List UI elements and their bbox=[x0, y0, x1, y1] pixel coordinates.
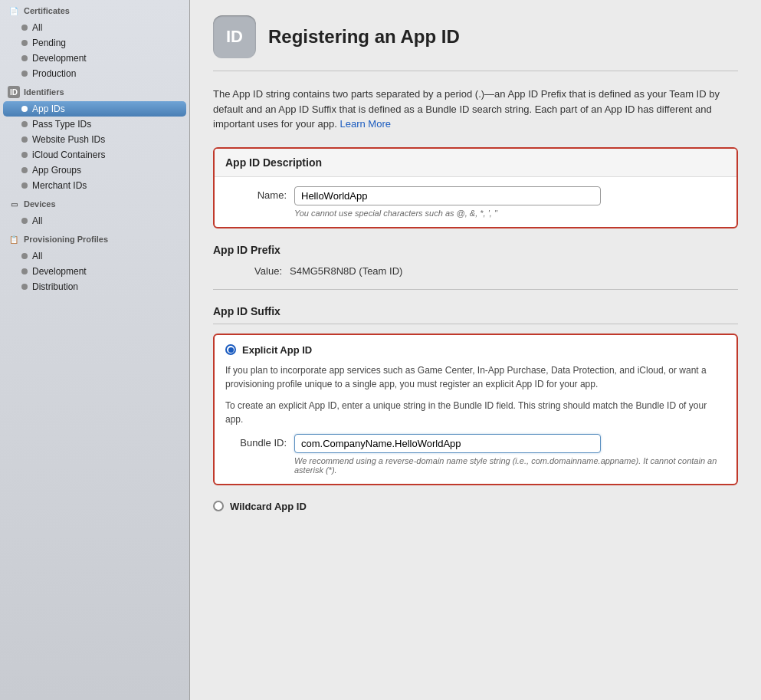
devices-section-header: ▭ Devices bbox=[0, 193, 189, 213]
prefix-row: Value: S4MG5R8N8D (Team ID) bbox=[213, 265, 738, 277]
wildcard-radio-button[interactable] bbox=[213, 501, 224, 511]
learn-more-link[interactable]: Learn More bbox=[339, 118, 390, 130]
app-id-description-title: App ID Description bbox=[215, 149, 736, 177]
explicit-description-2: To create an explicit App ID, enter a un… bbox=[225, 399, 726, 426]
prefix-value-label: Value: bbox=[221, 265, 282, 277]
sidebar-item-label: iCloud Containers bbox=[32, 150, 105, 160]
explicit-radio-header: Explicit App ID bbox=[225, 344, 726, 356]
bundle-field-wrapper: We recommend using a reverse-domain name… bbox=[294, 434, 726, 475]
explicit-radio-button[interactable] bbox=[225, 344, 236, 355]
page-header: ID Registering an App ID bbox=[213, 15, 738, 71]
bullet-icon bbox=[21, 284, 28, 290]
sidebar-item-development-profiles[interactable]: Development bbox=[0, 264, 189, 279]
sidebar-item-label: App IDs bbox=[32, 104, 65, 114]
bullet-icon bbox=[21, 152, 28, 158]
explicit-app-id-box: Explicit App ID If you plan to incorpora… bbox=[213, 334, 738, 485]
wildcard-radio-label: Wildcard App ID bbox=[230, 501, 307, 512]
bullet-icon bbox=[21, 71, 28, 77]
identifiers-label: Identifiers bbox=[24, 87, 64, 97]
sidebar-item-label: Merchant IDs bbox=[32, 180, 87, 191]
prefix-title: App ID Prefix bbox=[213, 244, 738, 256]
sidebar-item-merchant-ids[interactable]: Merchant IDs bbox=[0, 178, 189, 193]
provisioning-label: Provisioning Profiles bbox=[24, 235, 108, 244]
bullet-icon bbox=[21, 25, 28, 31]
bullet-icon bbox=[21, 253, 28, 259]
sidebar-item-label: Website Push IDs bbox=[32, 134, 105, 145]
identifiers-section-header: ID Identifiers bbox=[0, 81, 189, 101]
name-input[interactable] bbox=[294, 186, 601, 205]
identifiers-icon: ID bbox=[8, 86, 20, 98]
sidebar-item-label: App Groups bbox=[32, 165, 81, 176]
app-id-prefix-section: App ID Prefix Value: S4MG5R8N8D (Team ID… bbox=[213, 244, 738, 290]
sidebar-item-label: All bbox=[32, 215, 42, 226]
sidebar-item-development-certs[interactable]: Development bbox=[0, 51, 189, 66]
sidebar-item-label: Development bbox=[32, 53, 87, 64]
app-id-description-box: App ID Description Name: You cannot use … bbox=[213, 147, 738, 228]
sidebar-item-app-groups[interactable]: App Groups bbox=[0, 163, 189, 178]
bullet-icon bbox=[21, 218, 28, 224]
bundle-id-input[interactable] bbox=[294, 434, 601, 453]
id-icon: ID bbox=[213, 15, 256, 58]
bundle-id-hint: We recommend using a reverse-domain name… bbox=[294, 456, 726, 475]
sidebar-item-label: Development bbox=[32, 266, 87, 277]
sidebar-item-distribution[interactable]: Distribution bbox=[0, 279, 189, 294]
name-hint: You cannot use special characters such a… bbox=[294, 209, 726, 218]
bullet-icon bbox=[21, 121, 28, 127]
main-content: ID Registering an App ID The App ID stri… bbox=[190, 0, 761, 700]
bullet-icon bbox=[21, 182, 28, 189]
sidebar-item-all-profiles[interactable]: All bbox=[0, 248, 189, 264]
sidebar-item-all-certs[interactable]: All bbox=[0, 20, 189, 35]
bullet-icon bbox=[21, 106, 28, 112]
certificates-icon: 📄 bbox=[8, 5, 20, 17]
name-form-row: Name: You cannot use special characters … bbox=[215, 177, 736, 227]
explicit-radio-label: Explicit App ID bbox=[242, 344, 312, 356]
certificates-section-header: 📄 Certificates bbox=[0, 0, 189, 20]
page-title: Registering an App ID bbox=[268, 26, 460, 48]
explicit-description-1: If you plan to incorporate app services … bbox=[225, 363, 726, 391]
prefix-value: S4MG5R8N8D (Team ID) bbox=[290, 265, 402, 277]
name-label: Name: bbox=[225, 186, 287, 201]
sidebar: 📄 Certificates All Pending Development P… bbox=[0, 0, 190, 700]
sidebar-item-website-push-ids[interactable]: Website Push IDs bbox=[0, 132, 189, 147]
app-id-suffix-section: App ID Suffix Explicit App ID If you pla… bbox=[213, 305, 738, 518]
sidebar-item-pass-type-ids[interactable]: Pass Type IDs bbox=[0, 117, 189, 132]
sidebar-item-label: Distribution bbox=[32, 281, 78, 292]
devices-label: Devices bbox=[24, 199, 56, 209]
sidebar-item-all-devices[interactable]: All bbox=[0, 213, 189, 228]
bullet-icon bbox=[21, 136, 28, 143]
provisioning-icon: 📋 bbox=[8, 233, 20, 245]
provisioning-section-header: 📋 Provisioning Profiles bbox=[0, 228, 189, 248]
bullet-icon bbox=[21, 167, 28, 173]
sidebar-item-pending[interactable]: Pending bbox=[0, 35, 189, 51]
bundle-id-row: Bundle ID: We recommend using a reverse-… bbox=[225, 434, 726, 475]
bullet-icon bbox=[21, 55, 28, 61]
wildcard-option: Wildcard App ID bbox=[213, 495, 738, 518]
suffix-title: App ID Suffix bbox=[213, 305, 738, 324]
name-field-wrapper: You cannot use special characters such a… bbox=[294, 186, 726, 218]
sidebar-item-label: Pending bbox=[32, 38, 66, 48]
bullet-icon bbox=[21, 268, 28, 274]
description-text: The App ID string contains two parts sep… bbox=[213, 87, 738, 132]
certificates-label: Certificates bbox=[24, 6, 70, 15]
bundle-id-label: Bundle ID: bbox=[225, 434, 287, 449]
devices-icon: ▭ bbox=[8, 198, 20, 210]
sidebar-item-icloud-containers[interactable]: iCloud Containers bbox=[0, 147, 189, 163]
sidebar-item-label: All bbox=[32, 251, 42, 261]
bullet-icon bbox=[21, 40, 28, 46]
sidebar-item-label: Pass Type IDs bbox=[32, 119, 91, 130]
sidebar-item-app-ids[interactable]: App IDs bbox=[3, 101, 186, 117]
sidebar-item-label: All bbox=[32, 22, 42, 33]
sidebar-item-label: Production bbox=[32, 68, 76, 79]
sidebar-item-production-certs[interactable]: Production bbox=[0, 66, 189, 81]
